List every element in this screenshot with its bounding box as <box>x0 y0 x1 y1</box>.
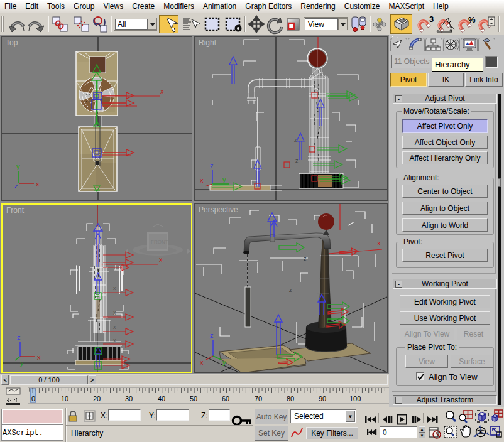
svg-text:z: z <box>210 332 214 339</box>
svg-text:3: 3 <box>429 14 434 24</box>
svg-text:x: x <box>200 358 204 366</box>
svg-text:x: x <box>377 239 381 247</box>
svg-text:x: x <box>113 337 116 343</box>
svg-text:20: 20 <box>93 395 101 402</box>
svg-text:All: All <box>118 20 126 29</box>
svg-text:z: z <box>289 287 292 293</box>
svg-text:x: x <box>113 285 116 291</box>
svg-text:x: x <box>200 176 204 184</box>
svg-text:y: y <box>16 163 20 170</box>
svg-text:30: 30 <box>125 395 133 402</box>
svg-text:x: x <box>36 180 40 188</box>
svg-text:x: x <box>37 353 41 361</box>
svg-text:x: x <box>113 324 116 330</box>
svg-text:0: 0 <box>31 395 35 402</box>
svg-text:50: 50 <box>190 395 197 402</box>
svg-text:z: z <box>295 158 299 164</box>
svg-text:40: 40 <box>158 395 165 402</box>
svg-text:90: 90 <box>319 395 326 402</box>
svg-text:10: 10 <box>61 395 68 402</box>
svg-text:%: % <box>468 15 476 24</box>
svg-text:z: z <box>14 182 18 190</box>
svg-text:z: z <box>304 256 307 262</box>
svg-text:x: x <box>160 87 164 95</box>
svg-text:z: z <box>210 162 214 170</box>
svg-text:z: z <box>294 137 297 143</box>
svg-text:z: z <box>17 333 21 341</box>
svg-text:100: 100 <box>349 395 361 402</box>
svg-text:y: y <box>20 359 24 367</box>
svg-text:FRONT: FRONT <box>151 239 168 245</box>
svg-text:x: x <box>159 256 163 263</box>
svg-text:60: 60 <box>222 395 229 402</box>
svg-text:x: x <box>113 310 116 316</box>
svg-text:View: View <box>308 20 324 29</box>
svg-text:80: 80 <box>287 395 294 402</box>
svg-text:y: y <box>222 358 226 366</box>
svg-text:y: y <box>222 176 226 183</box>
svg-text:70: 70 <box>255 395 262 402</box>
